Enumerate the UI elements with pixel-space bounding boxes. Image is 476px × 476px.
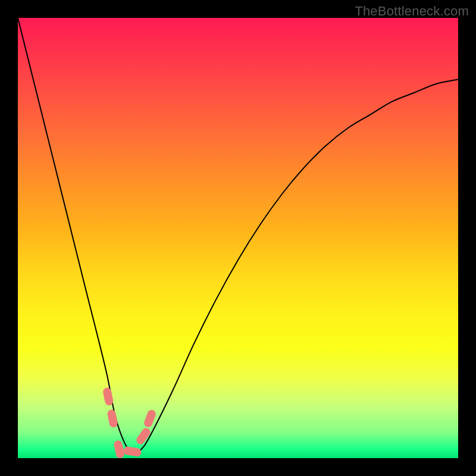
bottleneck-curve bbox=[18, 18, 458, 454]
chart-frame: TheBottleneck.com bbox=[0, 0, 476, 476]
curve-layer bbox=[18, 18, 458, 458]
curve-marker bbox=[107, 409, 118, 428]
curve-marker bbox=[113, 440, 125, 459]
plot-area bbox=[18, 18, 458, 458]
curve-markers bbox=[102, 387, 157, 459]
curve-marker bbox=[102, 387, 114, 406]
watermark-text: TheBottleneck.com bbox=[355, 4, 469, 19]
curve-marker bbox=[123, 446, 142, 458]
curve-marker bbox=[143, 409, 157, 428]
